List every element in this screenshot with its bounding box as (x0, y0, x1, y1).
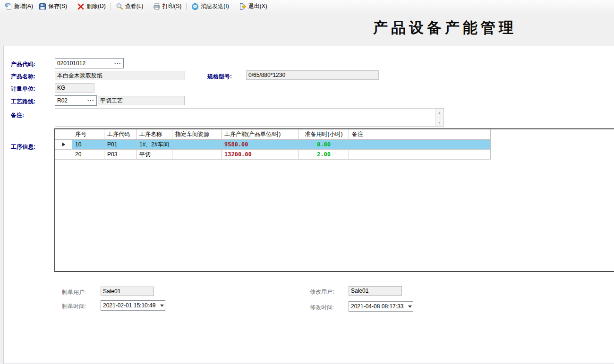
create-time-picker[interactable]: 2021-02-01 15:10:49 (101, 300, 165, 311)
message-icon (191, 3, 199, 10)
cell-capacity[interactable]: 13200.00 (222, 150, 299, 160)
product-code-value: 020101012 (57, 60, 85, 67)
send-message-button[interactable]: 消息发送(I) (188, 1, 231, 12)
cell-code[interactable]: P03 (104, 150, 136, 160)
product-code-field[interactable]: 020101012 ··· (55, 58, 124, 68)
product-code-label: 产品代码: (11, 60, 35, 68)
grid-header-name[interactable]: 工序名称 (136, 129, 172, 140)
print-button[interactable]: 打印(S) (150, 1, 184, 12)
process-route-name-value: 平切工艺 (100, 97, 123, 105)
delete-x-icon (77, 3, 85, 10)
toolbar-separator (234, 3, 234, 10)
modify-time-picker[interactable]: 2021-04-08 08:17:33 (349, 301, 413, 312)
scroll-down-icon[interactable]: ▼ (435, 119, 443, 126)
unit-label: 计量单位: (11, 85, 35, 93)
process-info-label: 工序信息: (11, 143, 35, 151)
cell-name[interactable]: 1#、2#车间 (136, 140, 172, 150)
modifier-value: Sale01 (351, 288, 368, 294)
remark-label: 备注: (11, 111, 24, 119)
toolbar-separator (111, 3, 111, 10)
row-selector-cell[interactable] (55, 140, 72, 150)
delete-button-label: 删除(D) (86, 2, 106, 10)
creator-label: 制单用户: (62, 288, 86, 296)
process-grid: 序号 工序代码 工序名称 指定车间资源 工序产能(产品单位/时) 准备用时(小时… (54, 128, 614, 272)
process-route-label: 工艺路线: (11, 98, 35, 106)
view-magnifier-icon (116, 3, 123, 10)
grid-header-row: 序号 工序代码 工序名称 指定车间资源 工序产能(产品单位/时) 准备用时(小时… (55, 129, 614, 140)
new-document-icon (5, 3, 12, 10)
cell-seq[interactable]: 20 (72, 150, 104, 160)
grid-header-prep[interactable]: 准备用时(小时) (299, 129, 349, 140)
process-route-code-field[interactable]: R02 ··· (55, 95, 97, 106)
product-name-value: 本白全木浆双胶纸 (57, 72, 102, 80)
remark-value (55, 109, 435, 126)
exit-door-icon (239, 3, 247, 10)
exit-button-label: 退出(X) (248, 2, 267, 10)
current-row-arrow-icon (62, 143, 65, 146)
cell-capacity[interactable]: 9580.00 (222, 140, 299, 150)
process-route-code-value: R02 (57, 97, 68, 104)
cell-workshop[interactable] (172, 150, 222, 160)
spec-model-value: 0/65/880*1230 (248, 72, 285, 78)
product-name-field: 本白全木浆双胶纸 (55, 71, 185, 80)
delete-button[interactable]: 删除(D) (74, 1, 109, 12)
process-route-browse-button[interactable]: ··· (87, 99, 94, 102)
grid-header-selector (55, 129, 72, 140)
grid-header-code[interactable]: 工序代码 (104, 129, 136, 140)
form-panel: 产品代码: 020101012 ··· 产品名称: 本白全木浆双胶纸 规格型号:… (3, 46, 614, 364)
creator-value: Sale01 (103, 288, 120, 295)
cell-code[interactable]: P01 (104, 140, 136, 150)
process-route-name-field: 平切工艺 (98, 96, 185, 105)
grid-header-workshop[interactable]: 指定车间资源 (172, 129, 222, 140)
print-button-label: 打印(S) (162, 2, 181, 10)
send-message-button-label: 消息发送(I) (201, 2, 229, 10)
product-name-label: 产品名称: (11, 73, 35, 81)
page-title: 产品设备产能管理 (373, 18, 517, 38)
toolbar-separator (148, 3, 148, 10)
table-row[interactable]: 10 P01 1#、2#车间 9580.00 0.00 (55, 140, 614, 150)
print-icon (153, 3, 161, 10)
modify-time-label: 修改时间: (310, 304, 334, 312)
cell-remark[interactable] (349, 140, 491, 150)
create-time-value: 2021-02-01 15:10:49 (103, 302, 159, 309)
creator-field: Sale01 (101, 287, 154, 296)
cell-remark[interactable] (349, 150, 491, 160)
create-time-dropdown-icon[interactable] (160, 305, 164, 307)
unit-field: KG (55, 83, 94, 93)
cell-seq[interactable]: 10 (72, 140, 104, 150)
unit-value: KG (57, 85, 65, 91)
grid-header-remark[interactable]: 备注 (349, 129, 491, 140)
product-code-browse-button[interactable]: ··· (114, 61, 121, 65)
exit-button[interactable]: 退出(X) (236, 1, 270, 12)
toolbar: 新增(A) 保存(S) 删除(D) 查看(L) 打印(S) (0, 0, 614, 13)
toolbar-separator (186, 3, 187, 10)
view-button-label: 查看(L) (125, 2, 144, 10)
remark-scrollbar: ▲ ▼ (435, 109, 443, 126)
grid-header-capacity[interactable]: 工序产能(产品单位/时) (222, 129, 299, 140)
cell-workshop[interactable] (172, 140, 222, 150)
row-selector-cell[interactable] (55, 150, 72, 160)
new-button[interactable]: 新增(A) (2, 1, 36, 12)
new-button-label: 新增(A) (14, 2, 33, 10)
save-button[interactable]: 保存(S) (36, 1, 70, 12)
save-button-label: 保存(S) (48, 2, 67, 10)
grid-header-seq[interactable]: 序号 (72, 129, 104, 140)
view-button[interactable]: 查看(L) (113, 1, 146, 12)
spec-model-field: 0/65/880*1230 (246, 70, 379, 80)
modify-time-dropdown-icon[interactable] (408, 305, 412, 308)
cell-name[interactable]: 平切 (136, 150, 172, 160)
app-window: 新增(A) 保存(S) 删除(D) 查看(L) 打印(S) (0, 0, 614, 364)
modify-time-value: 2021-04-08 08:17:33 (351, 303, 407, 310)
modifier-label: 修改用户: (310, 288, 334, 296)
modifier-field: Sale01 (349, 286, 402, 296)
cell-prep[interactable]: 2.00 (299, 150, 349, 160)
table-row[interactable]: 20 P03 平切 13200.00 2.00 (55, 150, 614, 160)
scroll-up-icon[interactable]: ▲ (435, 109, 443, 116)
remark-textarea[interactable]: ▲ ▼ (55, 108, 444, 127)
create-time-label: 制单时间: (62, 303, 86, 311)
spec-model-label: 规格型号: (207, 73, 232, 81)
toolbar-separator (72, 3, 72, 10)
save-floppy-icon (39, 3, 46, 10)
cell-prep[interactable]: 0.00 (299, 140, 349, 150)
